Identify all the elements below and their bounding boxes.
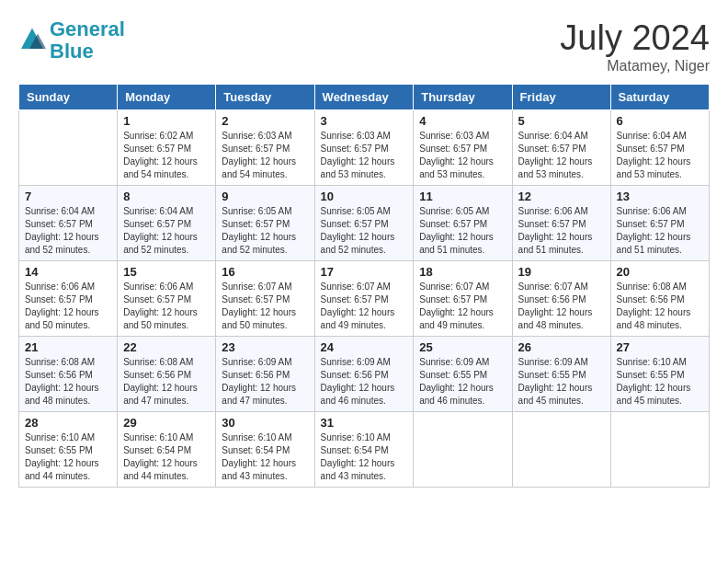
- calendar-cell: 25Sunrise: 6:09 AMSunset: 6:55 PMDayligh…: [414, 337, 512, 412]
- weekday-header-wednesday: Wednesday: [314, 85, 414, 110]
- day-number: 19: [518, 265, 605, 279]
- calendar-cell: 22Sunrise: 6:08 AMSunset: 6:56 PMDayligh…: [118, 337, 216, 412]
- day-info: Sunrise: 6:10 AMSunset: 6:55 PMDaylight:…: [25, 431, 111, 483]
- day-number: 13: [617, 190, 703, 203]
- weekday-header-tuesday: Tuesday: [216, 85, 314, 110]
- day-info: Sunrise: 6:09 AMSunset: 6:55 PMDaylight:…: [518, 356, 605, 408]
- logo-line2: Blue: [50, 40, 94, 63]
- calendar-week-row: 21Sunrise: 6:08 AMSunset: 6:56 PMDayligh…: [19, 337, 710, 412]
- day-number: 7: [25, 190, 111, 203]
- day-number: 21: [25, 340, 111, 354]
- day-info: Sunrise: 6:09 AMSunset: 6:56 PMDaylight:…: [222, 356, 308, 408]
- day-number: 4: [419, 114, 506, 128]
- day-number: 14: [25, 265, 111, 279]
- weekday-header-row: SundayMondayTuesdayWednesdayThursdayFrid…: [19, 85, 710, 110]
- calendar-cell: 14Sunrise: 6:06 AMSunset: 6:57 PMDayligh…: [19, 261, 118, 337]
- weekday-header-friday: Friday: [512, 85, 610, 110]
- calendar-cell: 5Sunrise: 6:04 AMSunset: 6:57 PMDaylight…: [512, 110, 610, 186]
- calendar-cell: 6Sunrise: 6:04 AMSunset: 6:57 PMDaylight…: [610, 110, 709, 186]
- day-info: Sunrise: 6:07 AMSunset: 6:56 PMDaylight:…: [518, 281, 605, 332]
- weekday-header-monday: Monday: [118, 85, 216, 110]
- calendar-cell: 3Sunrise: 6:03 AMSunset: 6:57 PMDaylight…: [314, 110, 414, 186]
- calendar-cell: [414, 412, 512, 488]
- page-header: General Blue July 2024 Matamey, Niger: [18, 18, 710, 75]
- calendar-cell: 4Sunrise: 6:03 AMSunset: 6:57 PMDaylight…: [414, 110, 512, 186]
- calendar-week-row: 1Sunrise: 6:02 AMSunset: 6:57 PMDaylight…: [19, 110, 710, 186]
- day-number: 9: [222, 190, 308, 203]
- calendar-cell: 7Sunrise: 6:04 AMSunset: 6:57 PMDaylight…: [19, 186, 118, 261]
- calendar-cell: 23Sunrise: 6:09 AMSunset: 6:56 PMDayligh…: [216, 337, 314, 412]
- day-number: 25: [419, 340, 506, 354]
- day-info: Sunrise: 6:03 AMSunset: 6:57 PMDaylight:…: [222, 130, 308, 181]
- day-number: 30: [222, 416, 308, 430]
- day-number: 24: [321, 340, 408, 354]
- day-info: Sunrise: 6:09 AMSunset: 6:55 PMDaylight:…: [419, 356, 506, 408]
- day-number: 16: [222, 265, 308, 279]
- weekday-header-sunday: Sunday: [19, 85, 118, 110]
- day-info: Sunrise: 6:07 AMSunset: 6:57 PMDaylight:…: [222, 281, 308, 332]
- logo-text: General Blue: [50, 18, 125, 63]
- calendar-cell: 21Sunrise: 6:08 AMSunset: 6:56 PMDayligh…: [19, 337, 118, 412]
- day-number: 20: [617, 265, 703, 279]
- calendar-week-row: 7Sunrise: 6:04 AMSunset: 6:57 PMDaylight…: [19, 186, 710, 261]
- day-number: 28: [25, 416, 111, 430]
- weekday-header-thursday: Thursday: [414, 85, 512, 110]
- day-info: Sunrise: 6:05 AMSunset: 6:57 PMDaylight:…: [419, 205, 506, 257]
- calendar-cell: [19, 110, 118, 186]
- month-year-title: July 2024: [560, 18, 710, 58]
- day-number: 15: [123, 265, 210, 279]
- day-number: 6: [617, 114, 703, 128]
- day-number: 23: [222, 340, 308, 354]
- day-info: Sunrise: 6:10 AMSunset: 6:55 PMDaylight:…: [617, 356, 703, 408]
- day-number: 22: [123, 340, 210, 354]
- logo-icon: [18, 27, 46, 54]
- day-info: Sunrise: 6:10 AMSunset: 6:54 PMDaylight:…: [222, 431, 308, 483]
- calendar-cell: 16Sunrise: 6:07 AMSunset: 6:57 PMDayligh…: [216, 261, 314, 337]
- day-info: Sunrise: 6:04 AMSunset: 6:57 PMDaylight:…: [123, 205, 210, 257]
- calendar-cell: 29Sunrise: 6:10 AMSunset: 6:54 PMDayligh…: [118, 412, 216, 488]
- calendar-cell: 2Sunrise: 6:03 AMSunset: 6:57 PMDaylight…: [216, 110, 314, 186]
- day-number: 8: [123, 190, 210, 203]
- day-info: Sunrise: 6:04 AMSunset: 6:57 PMDaylight:…: [617, 130, 703, 181]
- day-info: Sunrise: 6:02 AMSunset: 6:57 PMDaylight:…: [123, 130, 210, 181]
- calendar-cell: 24Sunrise: 6:09 AMSunset: 6:56 PMDayligh…: [314, 337, 414, 412]
- calendar-cell: 13Sunrise: 6:06 AMSunset: 6:57 PMDayligh…: [610, 186, 709, 261]
- calendar-cell: 12Sunrise: 6:06 AMSunset: 6:57 PMDayligh…: [512, 186, 610, 261]
- day-info: Sunrise: 6:08 AMSunset: 6:56 PMDaylight:…: [617, 281, 703, 332]
- logo: General Blue: [18, 18, 125, 63]
- day-info: Sunrise: 6:06 AMSunset: 6:57 PMDaylight:…: [25, 281, 111, 332]
- logo-line1: General: [50, 17, 125, 40]
- calendar-cell: 1Sunrise: 6:02 AMSunset: 6:57 PMDaylight…: [118, 110, 216, 186]
- day-number: 1: [123, 114, 210, 128]
- day-info: Sunrise: 6:08 AMSunset: 6:56 PMDaylight:…: [25, 356, 111, 408]
- day-info: Sunrise: 6:06 AMSunset: 6:57 PMDaylight:…: [518, 205, 605, 257]
- calendar-week-row: 14Sunrise: 6:06 AMSunset: 6:57 PMDayligh…: [19, 261, 710, 337]
- calendar-cell: 30Sunrise: 6:10 AMSunset: 6:54 PMDayligh…: [216, 412, 314, 488]
- day-info: Sunrise: 6:05 AMSunset: 6:57 PMDaylight:…: [321, 205, 408, 257]
- day-info: Sunrise: 6:04 AMSunset: 6:57 PMDaylight:…: [25, 205, 111, 257]
- location-subtitle: Matamey, Niger: [560, 58, 710, 75]
- day-info: Sunrise: 6:09 AMSunset: 6:56 PMDaylight:…: [321, 356, 408, 408]
- calendar-cell: 20Sunrise: 6:08 AMSunset: 6:56 PMDayligh…: [610, 261, 709, 337]
- calendar-cell: 11Sunrise: 6:05 AMSunset: 6:57 PMDayligh…: [414, 186, 512, 261]
- day-number: 31: [321, 416, 408, 430]
- day-info: Sunrise: 6:03 AMSunset: 6:57 PMDaylight:…: [419, 130, 506, 181]
- day-info: Sunrise: 6:05 AMSunset: 6:57 PMDaylight:…: [222, 205, 308, 257]
- calendar-cell: 17Sunrise: 6:07 AMSunset: 6:57 PMDayligh…: [314, 261, 414, 337]
- day-info: Sunrise: 6:07 AMSunset: 6:57 PMDaylight:…: [419, 281, 506, 332]
- calendar-cell: [610, 412, 709, 488]
- day-info: Sunrise: 6:08 AMSunset: 6:56 PMDaylight:…: [123, 356, 210, 408]
- calendar-cell: 18Sunrise: 6:07 AMSunset: 6:57 PMDayligh…: [414, 261, 512, 337]
- day-info: Sunrise: 6:07 AMSunset: 6:57 PMDaylight:…: [321, 281, 408, 332]
- calendar-cell: 15Sunrise: 6:06 AMSunset: 6:57 PMDayligh…: [118, 261, 216, 337]
- calendar-cell: 8Sunrise: 6:04 AMSunset: 6:57 PMDaylight…: [118, 186, 216, 261]
- day-info: Sunrise: 6:10 AMSunset: 6:54 PMDaylight:…: [321, 431, 408, 483]
- day-info: Sunrise: 6:06 AMSunset: 6:57 PMDaylight:…: [617, 205, 703, 257]
- day-number: 26: [518, 340, 605, 354]
- calendar-cell: 27Sunrise: 6:10 AMSunset: 6:55 PMDayligh…: [610, 337, 709, 412]
- weekday-header-saturday: Saturday: [610, 85, 709, 110]
- day-info: Sunrise: 6:03 AMSunset: 6:57 PMDaylight:…: [321, 130, 408, 181]
- day-info: Sunrise: 6:04 AMSunset: 6:57 PMDaylight:…: [518, 130, 605, 181]
- day-number: 11: [419, 190, 506, 203]
- day-number: 5: [518, 114, 605, 128]
